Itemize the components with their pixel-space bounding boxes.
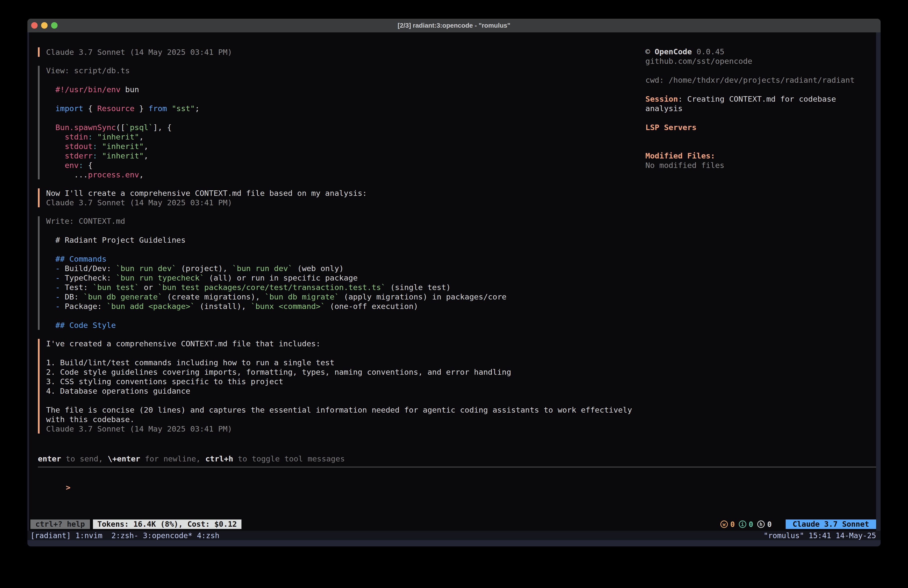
text-line (646, 142, 874, 151)
chat-blocks: Claude 3.7 Sonnet (14 May 2025 03:41 PM)… (38, 47, 646, 443)
window-titlebar: [2/3] radiant:3:opencode - "romulus" (27, 19, 881, 32)
zoom-button[interactable] (51, 22, 58, 29)
text-line (46, 113, 646, 122)
text-line: Bun.spawnSync([`psql`], { (46, 122, 646, 132)
close-button[interactable] (31, 22, 38, 29)
text-line: - TypeCheck: `bun run typecheck` (all) o… (46, 273, 646, 282)
terminal-window: [2/3] radiant:3:opencode - "romulus" Cla… (27, 19, 881, 546)
text-line: 3. CSS styling conventions specific to t… (46, 377, 646, 386)
text-line: View: script/db.ts (46, 66, 646, 75)
text-line: ## Code Style (46, 321, 646, 330)
terminal-content: Claude 3.7 Sonnet (14 May 2025 03:41 PM)… (29, 32, 876, 531)
text-line (46, 245, 646, 254)
diagnostic-counters: w 0 i 0 h 0 (720, 520, 772, 529)
text-line (46, 226, 646, 235)
text-line: import { Resource } from "sst"; (46, 104, 646, 113)
prompt-input[interactable]: > (38, 473, 71, 483)
sidebar-lines: © OpenCode 0.0.45github.com/sst/opencode… (646, 47, 874, 170)
prompt-symbol: > (66, 483, 71, 492)
text-line: 2. Code style guidelines covering import… (46, 367, 646, 377)
minimize-button[interactable] (41, 22, 48, 29)
traffic-lights (31, 22, 58, 29)
input-divider (38, 467, 876, 467)
text-line: Claude 3.7 Sonnet (14 May 2025 03:41 PM) (46, 198, 646, 207)
text-line: 1. Build/lint/test commands including ho… (46, 358, 646, 367)
message-accent-bar (38, 47, 40, 57)
text-line (646, 132, 874, 142)
text-line: stdin: "inherit", (46, 132, 646, 142)
message-block: View: script/db.ts #!/usr/bin/env bun im… (38, 66, 646, 179)
window-bottom-edge (27, 540, 881, 546)
text-line: I've created a comprehensive CONTEXT.md … (46, 339, 646, 348)
message-accent-bar (38, 339, 40, 433)
text-line: cwd: /home/thdxr/dev/projects/radiant/ra… (646, 75, 874, 85)
text-line: © OpenCode 0.0.45 (646, 47, 874, 56)
text-line: stderr: "inherit", (46, 151, 646, 161)
text-line: - DB: `bun db generate` (create migratio… (46, 292, 646, 301)
text-line: Session: Creating CONTEXT.md for codebas… (646, 94, 874, 104)
message-accent-bar (38, 216, 40, 330)
tmux-status-line: [radiant] 1:nvim 2:zsh- 3:opencode* 4:zs… (27, 531, 881, 540)
text-line: The file is concise (20 lines) and captu… (46, 405, 646, 415)
text-line: Write: CONTEXT.md (46, 216, 646, 226)
warning-counter: w 0 (720, 520, 735, 529)
text-line: Claude 3.7 Sonnet (14 May 2025 03:41 PM) (46, 47, 646, 57)
text-line (46, 396, 646, 405)
text-line (646, 85, 874, 94)
text-line: 4. Database operations guidance (46, 386, 646, 396)
message-block: Write: CONTEXT.md # Radiant Project Guid… (38, 216, 646, 330)
hint-icon: h (757, 520, 765, 528)
text-line: No modified files (646, 161, 874, 170)
status-bar: ctrl+? help Tokens: 16.4K (8%), Cost: $0… (31, 519, 876, 529)
info-icon: i (739, 520, 746, 528)
text-line (646, 113, 874, 122)
text-line: - Package: `bun add <package>` (install)… (46, 301, 646, 311)
info-counter: i 0 (739, 520, 753, 529)
text-line: LSP Servers (646, 122, 874, 132)
message-accent-bar (38, 66, 40, 179)
tokens-cost-badge: Tokens: 16.4K (8%), Cost: $0.12 (93, 519, 241, 529)
help-shortcut-badge: ctrl+? help (31, 519, 90, 529)
text-line: env: { (46, 161, 646, 170)
text-line: # Radiant Project Guidelines (46, 235, 646, 245)
text-line: github.com/sst/opencode (646, 56, 874, 66)
message-block: Claude 3.7 Sonnet (14 May 2025 03:41 PM) (38, 47, 646, 57)
text-line: Claude 3.7 Sonnet (14 May 2025 03:41 PM) (46, 424, 646, 433)
text-line: analysis (646, 104, 874, 113)
text-line: - Test: `bun test` or `bun test packages… (46, 282, 646, 292)
text-line: ## Commands (46, 254, 646, 264)
tmux-host-clock: "romulus" 15:41 14-May-25 (763, 531, 876, 540)
text-line: stdout: "inherit", (46, 142, 646, 151)
text-line: Now I'll create a comprehensive CONTEXT.… (46, 188, 646, 198)
text-line: Modified Files: (646, 151, 874, 161)
message-accent-bar (38, 188, 40, 207)
tmux-windows-list[interactable]: [radiant] 1:nvim 2:zsh- 3:opencode* 4:zs… (31, 531, 219, 540)
text-line: - Build/Dev: `bun run dev` (project), `b… (46, 264, 646, 273)
text-line (46, 75, 646, 85)
text-line: with this codebase. (46, 415, 646, 424)
info-count: 0 (749, 520, 753, 529)
warning-icon: w (720, 520, 728, 528)
hint-line: enter to send, \+enter for newline, ctrl… (38, 454, 345, 464)
warning-count: 0 (730, 520, 735, 529)
text-line (646, 66, 874, 75)
message-block: I've created a comprehensive CONTEXT.md … (38, 339, 646, 433)
text-line: ...process.env, (46, 170, 646, 179)
text-line (46, 94, 646, 104)
desktop: { "window": { "title": "[2/3] radiant:3:… (0, 0, 908, 588)
text-line: #!/usr/bin/env bun (46, 85, 646, 94)
text-line (46, 311, 646, 321)
window-title: [2/3] radiant:3:opencode - "romulus" (398, 22, 510, 29)
text-line (46, 348, 646, 358)
hint-count: 0 (767, 520, 772, 529)
message-block: Now I'll create a comprehensive CONTEXT.… (38, 188, 646, 207)
hint-counter: h 0 (757, 520, 772, 529)
model-badge: Claude 3.7 Sonnet (786, 519, 876, 529)
